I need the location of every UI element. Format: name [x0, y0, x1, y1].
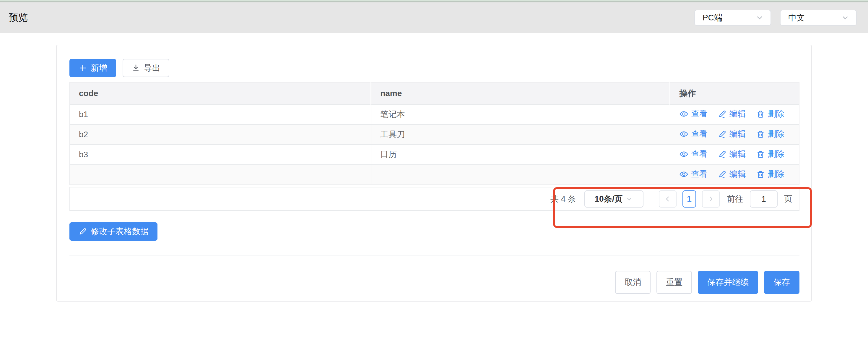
form-actions: 取消 重置 保存并继续 保存: [69, 271, 800, 294]
eye-icon: [679, 109, 688, 118]
save-button[interactable]: 保存: [764, 271, 800, 294]
eye-icon: [679, 130, 688, 139]
view-link-label: 查看: [691, 169, 708, 180]
delete-link-label: 删除: [768, 128, 784, 140]
column-header-name: name: [371, 82, 670, 104]
view-link[interactable]: 查看: [679, 148, 708, 160]
section-divider: [69, 255, 800, 255]
chevron-down-icon: [625, 195, 633, 203]
table-toolbar: 新增 导出: [69, 59, 800, 77]
cell-actions: 查看 编辑 删除: [670, 145, 799, 165]
device-select[interactable]: PC端: [694, 10, 771, 26]
add-button[interactable]: 新增: [69, 59, 116, 77]
cell-code: [70, 165, 371, 185]
pencil-icon: [718, 170, 727, 179]
cell-code: b3: [70, 145, 371, 165]
edit-link[interactable]: 编辑: [718, 169, 746, 180]
form-card: 新增 导出 code name 操作 b1 笔记本: [56, 45, 812, 302]
cell-code: b2: [70, 124, 371, 145]
table-row: 查看 编辑 删除: [70, 165, 799, 185]
browser-top-strip: [0, 0, 868, 2]
view-link-label: 查看: [691, 148, 708, 160]
data-table: code name 操作 b1 笔记本 查看 编辑 删除 b2: [69, 82, 800, 185]
pencil-icon: [78, 227, 87, 236]
edit-link[interactable]: 编辑: [718, 128, 746, 140]
cell-actions: 查看 编辑 删除: [670, 124, 799, 145]
download-icon: [131, 63, 140, 73]
column-header-code: code: [70, 82, 371, 104]
language-select[interactable]: 中文: [780, 10, 857, 26]
export-button[interactable]: 导出: [123, 59, 169, 77]
trash-icon: [756, 130, 765, 139]
export-button-label: 导出: [144, 62, 160, 74]
chevron-left-icon: [664, 195, 672, 203]
chevron-down-icon: [841, 13, 850, 22]
goto-label: 前往: [727, 193, 743, 205]
cell-name: [371, 165, 670, 185]
pagination: 共 4 条 10条/页 1: [550, 190, 793, 207]
delete-link[interactable]: 删除: [756, 108, 784, 119]
view-link[interactable]: 查看: [679, 128, 708, 140]
chevron-down-icon: [755, 13, 764, 22]
delete-link[interactable]: 删除: [756, 128, 784, 140]
device-select-value: PC端: [703, 12, 722, 23]
delete-link-label: 删除: [768, 108, 784, 119]
page-header: 预览 PC端 中文: [0, 2, 868, 33]
pencil-icon: [718, 130, 727, 139]
cell-actions: 查看 编辑 删除: [670, 104, 799, 124]
table-row: b2 工具刀 查看 编辑 删除: [70, 124, 799, 145]
edit-subtable-label: 修改子表格数据: [91, 226, 149, 237]
view-link-label: 查看: [691, 128, 708, 140]
view-link[interactable]: 查看: [679, 169, 708, 180]
page-title: 预览: [9, 11, 28, 24]
pagination-total: 共 4 条: [550, 193, 576, 205]
delete-link-label: 删除: [768, 148, 784, 160]
table-header-row: code name 操作: [70, 82, 799, 104]
edit-link-label: 编辑: [730, 108, 746, 119]
table-row: b3 日历 查看 编辑 删除: [70, 145, 799, 165]
cell-actions: 查看 编辑 删除: [670, 165, 799, 185]
language-select-value: 中文: [788, 12, 805, 23]
eye-icon: [679, 150, 688, 159]
table-footer: 共 4 条 10条/页 1: [69, 187, 800, 211]
plus-icon: [78, 63, 87, 73]
pencil-icon: [718, 109, 727, 118]
delete-link[interactable]: 删除: [756, 169, 784, 180]
cancel-button[interactable]: 取消: [615, 271, 651, 294]
pencil-icon: [718, 150, 727, 159]
page-unit-label: 页: [784, 193, 793, 205]
edit-subtable-button[interactable]: 修改子表格数据: [69, 222, 157, 240]
trash-icon: [756, 170, 765, 179]
chevron-right-icon: [707, 195, 715, 203]
cell-name: 日历: [371, 145, 670, 165]
next-page-button[interactable]: [702, 190, 720, 207]
view-link[interactable]: 查看: [679, 108, 708, 119]
page-content: 新增 导出 code name 操作 b1 笔记本: [0, 45, 868, 302]
edit-link[interactable]: 编辑: [718, 148, 746, 160]
page-size-value: 10条/页: [595, 193, 623, 205]
delete-link-label: 删除: [768, 169, 784, 180]
column-header-actions: 操作: [670, 82, 799, 104]
prev-page-button[interactable]: [659, 190, 677, 207]
save-continue-button[interactable]: 保存并继续: [698, 271, 758, 294]
edit-link-label: 编辑: [730, 128, 746, 140]
edit-link-label: 编辑: [730, 148, 746, 160]
edit-link-label: 编辑: [730, 169, 746, 180]
cell-name: 笔记本: [371, 104, 670, 124]
header-selects: PC端 中文: [694, 10, 857, 26]
goto-page-input[interactable]: [750, 190, 778, 207]
view-link-label: 查看: [691, 108, 708, 119]
delete-link[interactable]: 删除: [756, 148, 784, 160]
reset-button[interactable]: 重置: [656, 271, 692, 294]
cell-code: b1: [70, 104, 371, 124]
add-button-label: 新增: [91, 62, 107, 74]
table-row: b1 笔记本 查看 编辑 删除: [70, 104, 799, 124]
eye-icon: [679, 170, 688, 179]
edit-link[interactable]: 编辑: [718, 108, 746, 119]
trash-icon: [756, 150, 765, 159]
cell-name: 工具刀: [371, 124, 670, 145]
trash-icon: [756, 109, 765, 118]
table-footer-wrap: 共 4 条 10条/页 1: [69, 187, 800, 211]
page-number-button[interactable]: 1: [682, 190, 696, 207]
page-size-select[interactable]: 10条/页: [584, 190, 644, 207]
